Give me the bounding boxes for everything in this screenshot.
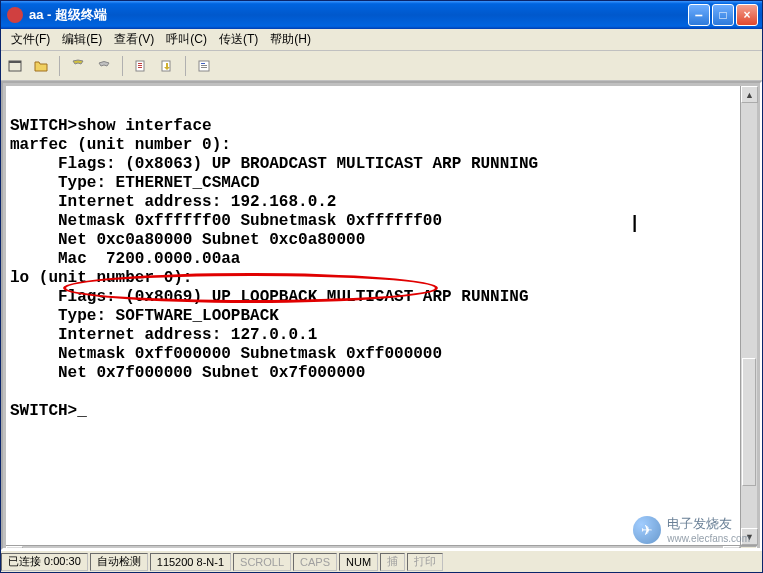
app-icon <box>7 7 23 23</box>
scroll-up-icon[interactable]: ▲ <box>741 86 758 103</box>
status-connection: 已连接 0:00:30 <box>1 553 88 571</box>
statusbar: 已连接 0:00:30 自动检测 115200 8-N-1 SCROLL CAP… <box>1 550 762 572</box>
svg-rect-10 <box>201 67 207 68</box>
scroll-right-icon[interactable]: ► <box>723 546 740 550</box>
toolbar-separator <box>185 56 186 76</box>
close-button[interactable]: × <box>736 4 758 26</box>
maximize-button[interactable]: □ <box>712 4 734 26</box>
horizontal-scrollbar[interactable]: ◄ ► <box>6 545 757 550</box>
minimize-button[interactable]: ‒ <box>688 4 710 26</box>
watermark: ✈ 电子发烧友 www.elecfans.com <box>633 515 750 544</box>
watermark-url: www.elecfans.com <box>667 533 750 544</box>
vertical-scrollbar[interactable]: ▲ ▼ <box>740 86 757 545</box>
status-capture: 捕 <box>380 553 405 571</box>
toolbar-separator <box>122 56 123 76</box>
hscroll-track[interactable] <box>23 546 723 550</box>
menu-file[interactable]: 文件(F) <box>5 29 56 50</box>
status-print: 打印 <box>407 553 443 571</box>
scroll-thumb[interactable] <box>742 358 756 486</box>
properties-icon[interactable] <box>194 56 214 76</box>
scroll-left-icon[interactable]: ◄ <box>6 546 23 550</box>
svg-rect-1 <box>9 61 21 63</box>
scroll-grip <box>740 546 757 550</box>
watermark-brand: 电子发烧友 <box>667 516 732 531</box>
svg-rect-5 <box>138 67 142 68</box>
titlebar: aa - 超级终端 ‒ □ × <box>1 1 762 29</box>
call-icon[interactable] <box>68 56 88 76</box>
receive-icon[interactable] <box>157 56 177 76</box>
window-controls: ‒ □ × <box>688 4 758 26</box>
terminal-area: SWITCH>show interface marfec (unit numbe… <box>6 86 757 545</box>
status-detect: 自动检测 <box>90 553 148 571</box>
svg-rect-9 <box>201 65 207 66</box>
terminal-output[interactable]: SWITCH>show interface marfec (unit numbe… <box>6 86 740 545</box>
svg-rect-3 <box>138 63 142 64</box>
terminal-frame: SWITCH>show interface marfec (unit numbe… <box>1 81 762 550</box>
watermark-text-block: 电子发烧友 www.elecfans.com <box>667 515 750 544</box>
window-title: aa - 超级终端 <box>27 6 688 24</box>
menubar: 文件(F) 编辑(E) 查看(V) 呼叫(C) 传送(T) 帮助(H) <box>1 29 762 51</box>
watermark-logo-icon: ✈ <box>633 516 661 544</box>
menu-view[interactable]: 查看(V) <box>108 29 160 50</box>
menu-edit[interactable]: 编辑(E) <box>56 29 108 50</box>
text-cursor-marker: | <box>629 213 640 233</box>
menu-help[interactable]: 帮助(H) <box>264 29 317 50</box>
status-caps: CAPS <box>293 553 337 571</box>
toolbar <box>1 51 762 81</box>
menu-transfer[interactable]: 传送(T) <box>213 29 264 50</box>
disconnect-icon[interactable] <box>94 56 114 76</box>
toolbar-separator <box>59 56 60 76</box>
send-icon[interactable] <box>131 56 151 76</box>
status-num: NUM <box>339 553 378 571</box>
app-window: aa - 超级终端 ‒ □ × 文件(F) 编辑(E) 查看(V) 呼叫(C) … <box>0 0 763 573</box>
menu-call[interactable]: 呼叫(C) <box>160 29 213 50</box>
open-icon[interactable] <box>31 56 51 76</box>
svg-rect-4 <box>138 65 142 66</box>
new-connection-icon[interactable] <box>5 56 25 76</box>
svg-rect-8 <box>201 63 205 64</box>
status-scroll: SCROLL <box>233 553 291 571</box>
status-params: 115200 8-N-1 <box>150 553 231 571</box>
scroll-track[interactable] <box>741 103 757 528</box>
